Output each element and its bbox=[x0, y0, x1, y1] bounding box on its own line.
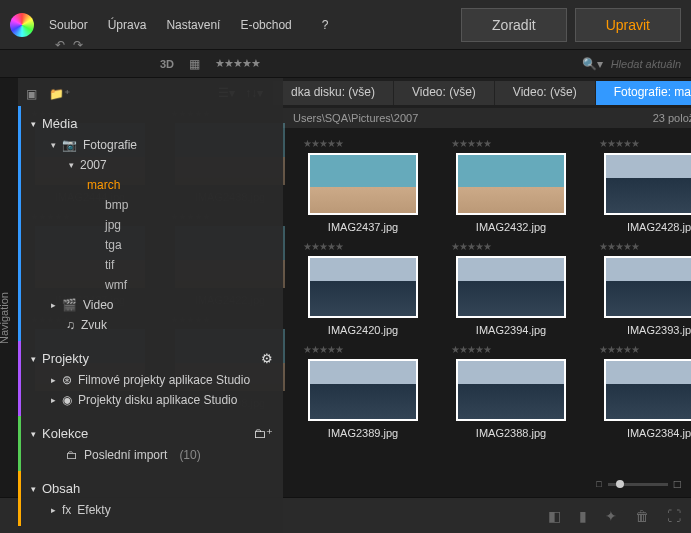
tree-last-import[interactable]: 🗀Poslední import(10) bbox=[21, 445, 283, 465]
thumb-image[interactable] bbox=[604, 359, 691, 421]
thumb-filename: IMAG2389.jpg bbox=[328, 427, 398, 439]
thumb-rating: ★★★★★ bbox=[303, 241, 343, 252]
tool-icon-2[interactable]: ▮ bbox=[579, 508, 587, 524]
thumb-filename: IMAG2437.jpg bbox=[328, 221, 398, 233]
fullscreen-icon[interactable]: ⛶ bbox=[667, 508, 681, 524]
tree-format-wmf[interactable]: wmf bbox=[21, 275, 283, 295]
menu-settings[interactable]: Nastavení bbox=[166, 18, 220, 32]
search-placeholder[interactable]: Hledat aktuáln bbox=[611, 58, 681, 70]
thumb-rating: ★★★★★ bbox=[599, 241, 639, 252]
navigation-sidebar: ▾Média ▾📷Fotografie ▾2007 march bmpjpgtg… bbox=[18, 78, 283, 533]
video-icon: 🎬 bbox=[62, 298, 77, 312]
menu-file[interactable]: Soubor bbox=[49, 18, 88, 32]
thumb-rating: ★★★★★ bbox=[303, 138, 343, 149]
filter-tab[interactable]: dka disku: (vše) bbox=[273, 81, 394, 105]
thumb-image[interactable] bbox=[308, 153, 418, 215]
app-logo bbox=[10, 13, 34, 37]
thumb-filename: IMAG2393.jp bbox=[627, 324, 691, 336]
thumb-filename: IMAG2384.jp bbox=[627, 427, 691, 439]
collections-section-header[interactable]: ▾Kolekce🗀⁺ bbox=[21, 422, 283, 445]
thumb-filename: IMAG2388.jpg bbox=[476, 427, 546, 439]
tree-format-bmp[interactable]: bmp bbox=[21, 195, 283, 215]
thumbnail[interactable]: ★★★★★IMAG2420.jpg bbox=[303, 241, 423, 336]
tree-format-jpg[interactable]: jpg bbox=[21, 215, 283, 235]
search-icon[interactable]: 🔍▾ bbox=[582, 57, 603, 71]
projects-settings-icon[interactable]: ⚙ bbox=[261, 351, 273, 366]
breadcrumb-path: Users\SQA\Pictures\2007 bbox=[293, 112, 418, 124]
thumb-image[interactable] bbox=[456, 256, 566, 318]
menu-edit[interactable]: Úprava bbox=[108, 18, 147, 32]
menu-eshop[interactable]: E-obchod bbox=[240, 18, 291, 32]
thumb-image[interactable] bbox=[308, 256, 418, 318]
edit-button[interactable]: Upravit bbox=[575, 8, 681, 42]
zoom-small-icon: □ bbox=[596, 479, 601, 489]
content-section-header[interactable]: ▾Obsah bbox=[21, 477, 283, 500]
zoom-large-icon: □ bbox=[674, 477, 681, 491]
filter-tabs: dka disku: (vše)Video: (vše)Video: (vše)… bbox=[273, 81, 691, 105]
thumb-filename: IMAG2394.jpg bbox=[476, 324, 546, 336]
tree-fotografie[interactable]: ▾📷Fotografie bbox=[21, 135, 283, 155]
tree-effects[interactable]: ▸fxEfekty bbox=[21, 500, 283, 520]
thumb-rating: ★★★★★ bbox=[451, 138, 491, 149]
thumbnail[interactable]: ★★★★★IMAG2388.jpg bbox=[451, 344, 571, 439]
tree-video[interactable]: ▸🎬Video bbox=[21, 295, 283, 315]
thumb-image[interactable] bbox=[456, 359, 566, 421]
tree-year-2007[interactable]: ▾2007 bbox=[21, 155, 283, 175]
thumb-image[interactable] bbox=[604, 256, 691, 318]
folder-add-icon[interactable]: 📁⁺ bbox=[49, 87, 70, 101]
tree-format-tif[interactable]: tif bbox=[21, 255, 283, 275]
item-count-status: 23 položek, 0 v bbox=[653, 112, 691, 124]
media-section-header[interactable]: ▾Média bbox=[21, 112, 283, 135]
view-3d-toggle[interactable]: 3D bbox=[160, 58, 174, 70]
thumb-filename: IMAG2420.jpg bbox=[328, 324, 398, 336]
thumb-rating: ★★★★★ bbox=[599, 138, 639, 149]
thumb-rating: ★★★★★ bbox=[599, 344, 639, 355]
tree-audio[interactable]: ♫Zvuk bbox=[21, 315, 283, 335]
rating-filter[interactable]: ★★★★★ bbox=[215, 57, 260, 70]
thumb-rating: ★★★★★ bbox=[451, 344, 491, 355]
thumbnail[interactable]: ★★★★★IMAG2389.jpg bbox=[303, 344, 423, 439]
thumbnail[interactable]: ★★★★★IMAG2384.jp bbox=[599, 344, 691, 439]
thumb-rating: ★★★★★ bbox=[451, 241, 491, 252]
thumbnail[interactable]: ★★★★★IMAG2394.jpg bbox=[451, 241, 571, 336]
secondary-toolbar: 3D ▦ ★★★★★ 🔍▾ Hledat aktuáln bbox=[0, 50, 691, 78]
help-icon[interactable]: ? bbox=[322, 18, 329, 32]
music-icon: ♫ bbox=[66, 318, 75, 332]
filter-tab[interactable]: Video: (vše) bbox=[394, 81, 495, 105]
thumbnail[interactable]: ★★★★★IMAG2437.jpg bbox=[303, 138, 423, 233]
main-menu: Soubor Úprava Nastavení E-obchod ? bbox=[49, 18, 461, 32]
view-mode-icon[interactable]: ▦ bbox=[189, 57, 200, 71]
filter-tab[interactable]: Fotografie: march bbox=[596, 81, 691, 105]
tree-movie-projects[interactable]: ▸⊛Filmové projekty aplikace Studio bbox=[21, 370, 283, 390]
sort-button[interactable]: Zoradit bbox=[461, 8, 567, 42]
thumb-filename: IMAG2428.jp bbox=[627, 221, 691, 233]
tool-icon-1[interactable]: ◧ bbox=[548, 508, 561, 524]
tree-disk-projects[interactable]: ▸◉Projekty disku aplikace Studio bbox=[21, 390, 283, 410]
thumbnail[interactable]: ★★★★★IMAG2428.jp bbox=[599, 138, 691, 233]
disc-icon: ◉ bbox=[62, 393, 72, 407]
collection-add-icon[interactable]: 🗀⁺ bbox=[253, 426, 273, 441]
zoom-slider[interactable]: □ □ bbox=[596, 477, 681, 491]
reel-icon: ⊛ bbox=[62, 373, 72, 387]
thumb-image[interactable] bbox=[604, 153, 691, 215]
thumb-image[interactable] bbox=[308, 359, 418, 421]
projects-section-header[interactable]: ▾Projekty⚙ bbox=[21, 347, 283, 370]
camera-icon: 📷 bbox=[62, 138, 77, 152]
navigation-label: Navigation bbox=[0, 292, 10, 344]
thumb-rating: ★★★★★ bbox=[303, 344, 343, 355]
tree-month-march[interactable]: march bbox=[21, 175, 283, 195]
thumb-filename: IMAG2432.jpg bbox=[476, 221, 546, 233]
thumbnail[interactable]: ★★★★★IMAG2432.jpg bbox=[451, 138, 571, 233]
thumb-image[interactable] bbox=[456, 153, 566, 215]
import-icon: 🗀 bbox=[66, 448, 78, 462]
fx-icon: fx bbox=[62, 503, 71, 517]
thumbnail[interactable]: ★★★★★IMAG2393.jp bbox=[599, 241, 691, 336]
tool-icon-3[interactable]: ✦ bbox=[605, 508, 617, 524]
nav-toggle-icon[interactable]: ▣ bbox=[26, 87, 37, 101]
trash-icon[interactable]: 🗑 bbox=[635, 508, 649, 524]
tree-format-tga[interactable]: tga bbox=[21, 235, 283, 255]
top-menu-bar: Soubor Úprava Nastavení E-obchod ? Zorad… bbox=[0, 0, 691, 50]
filter-tab[interactable]: Video: (vše) bbox=[495, 81, 596, 105]
